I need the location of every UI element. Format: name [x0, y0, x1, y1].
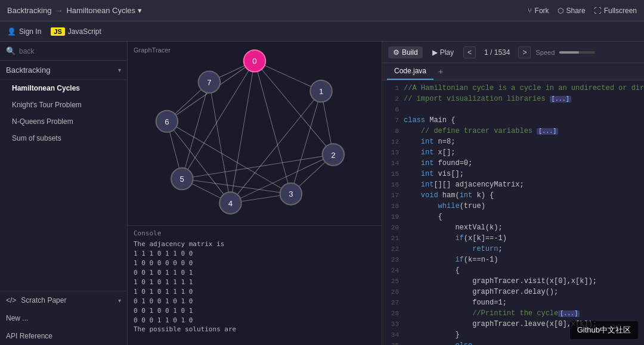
graph-svg: 01234567: [128, 42, 382, 225]
graph-node-1[interactable]: 1: [310, 80, 332, 102]
code-line: 15 int vis[];: [382, 169, 644, 179]
line-code: }: [404, 330, 460, 340]
breadcrumb-hamiltonean-label: Hamiltonean Cycles: [66, 6, 135, 15]
sidebar-item-knights[interactable]: Knight's Tour Problem: [0, 97, 127, 113]
code-line: 14 int found=0;: [382, 158, 644, 169]
breadcrumb-hamiltonean[interactable]: Hamiltonean Cycles ▾: [66, 6, 142, 15]
graph-node-7[interactable]: 7: [199, 72, 221, 94]
line-number: 34: [382, 330, 404, 340]
graph-panel-label: GraphTracer: [134, 46, 171, 54]
node-label: 6: [165, 117, 169, 126]
node-label: 2: [331, 151, 335, 160]
code-line: 16 int[][] adjacencyMatrix;: [382, 179, 644, 190]
console-line: 1 0 0 0 0 0 0 0: [134, 259, 376, 268]
topbar-left: Backtracking → Hamiltonean Cycles ▾: [7, 6, 142, 15]
watermark: Github中文社区: [570, 321, 638, 339]
code-tabs: Code.java +: [382, 63, 644, 80]
javascript-button[interactable]: JS JavaScript: [51, 27, 101, 36]
line-number: 19: [382, 212, 404, 222]
share-button[interactable]: ⬡ Share: [558, 7, 586, 15]
sidebar-item-hamiltonean[interactable]: Hamiltonean Cycles: [0, 80, 127, 97]
play-label: Play: [440, 48, 454, 57]
speed-bar[interactable]: [559, 51, 595, 54]
console-label: Console: [134, 229, 376, 237]
line-number: 2: [382, 94, 404, 104]
line-code: void ham(int k) {: [404, 190, 494, 201]
graph-node-2[interactable]: 2: [323, 144, 345, 166]
speed-label: Speed: [535, 49, 555, 56]
add-tab-button[interactable]: +: [434, 64, 448, 79]
content-area: GraphTracer 01234567 Console The adjacen…: [128, 42, 382, 345]
graph-node-3[interactable]: 3: [280, 183, 302, 205]
tab-code-java[interactable]: Code.java: [387, 63, 434, 80]
graph-node-6[interactable]: 6: [156, 110, 178, 132]
sidebar-item-label-3: Sum of subsets: [12, 134, 61, 142]
code-line: 8 // define tracer variables [...]: [382, 126, 644, 136]
build-button[interactable]: ⚙ Build: [388, 46, 423, 58]
node-label: 3: [289, 190, 293, 199]
code-line: 12 int n=8;: [382, 136, 644, 147]
fullscreen-button[interactable]: ⛶ Fullscreen: [594, 7, 637, 15]
breadcrumb-backtracking[interactable]: Backtracking: [7, 6, 51, 15]
line-number: 25: [382, 276, 404, 287]
line-number: 17: [382, 190, 404, 201]
sidebar-new[interactable]: New ...: [0, 309, 127, 327]
line-code: int x[];: [404, 147, 455, 158]
code-content[interactable]: 1//A Hamiltonian cycle is a cycle in an …: [382, 80, 644, 345]
topbar: Backtracking → Hamiltonean Cycles ▾ ⑂ Fo…: [0, 0, 644, 21]
line-number: 18: [382, 201, 404, 212]
prev-button[interactable]: <: [463, 46, 476, 58]
code-line: 1//A Hamiltonian cycle is a cycle in an …: [382, 83, 644, 94]
line-number: 20: [382, 222, 404, 233]
line-number: 21: [382, 233, 404, 244]
play-button[interactable]: ▶ Play: [428, 46, 459, 58]
line-number: 24: [382, 265, 404, 276]
breadcrumb-arrow: →: [55, 6, 63, 15]
page-current: 1: [484, 48, 488, 57]
graph-edge: [255, 61, 291, 194]
code-panel: ⚙ Build ▶ Play < 1 / 1534 > Speed Code.j…: [382, 42, 644, 345]
line-number: 14: [382, 158, 404, 169]
sidebar-section-backtracking[interactable]: Backtracking ▾: [0, 61, 127, 80]
sidebar-api-reference[interactable]: API Reference: [0, 327, 127, 345]
code-line: 24 {: [382, 265, 644, 276]
main-layout: 🔍 Backtracking ▾ Hamiltonean Cycles Knig…: [0, 42, 644, 345]
search-input[interactable]: [19, 47, 121, 55]
graph-node-5[interactable]: 5: [171, 168, 193, 190]
line-number: 27: [382, 297, 404, 308]
scratch-paper-label: Scratch Paper: [21, 296, 66, 304]
fork-button[interactable]: ⑂ Fork: [528, 7, 549, 15]
chevron-down-icon-scratch: ▾: [118, 297, 121, 304]
code-line: 23 if(k==n-1): [382, 254, 644, 265]
build-label: Build: [402, 48, 418, 57]
page-total: 1534: [494, 48, 510, 57]
graph-edge: [167, 122, 231, 203]
sidebar-item-nqueens[interactable]: N-Queens Problem: [0, 113, 127, 130]
console-lines: The adjacency matrix is1 1 1 0 1 1 0 01 …: [134, 240, 376, 334]
line-number: 8: [382, 126, 404, 136]
line-code: class Main {: [404, 115, 455, 126]
code-line: 2// import visualization libraries [...]: [382, 94, 644, 104]
graph-node-0[interactable]: 0: [244, 50, 266, 72]
graph-node-4[interactable]: 4: [219, 192, 242, 214]
fork-label: Fork: [535, 7, 549, 15]
code-line: 7class Main {: [382, 115, 644, 126]
next-button[interactable]: >: [518, 46, 531, 58]
signin-button[interactable]: 👤 Sign In: [7, 27, 41, 36]
line-code: found=1;: [404, 297, 507, 308]
code-line: 18 while(true): [382, 201, 644, 212]
console-line: The possible solutions are: [134, 325, 376, 334]
code-line: 26 graphTracer.delay();: [382, 287, 644, 297]
node-label: 5: [180, 175, 184, 184]
line-code: return;: [404, 244, 503, 254]
code-line: 21 if(x[k]==-1): [382, 233, 644, 244]
sidebar-scratch-paper[interactable]: </> Scratch Paper ▾: [0, 291, 127, 309]
node-label: 7: [207, 78, 211, 87]
line-code: if(k==n-1): [404, 254, 498, 265]
line-number: 6: [382, 104, 404, 115]
line-code: int[][] adjacencyMatrix;: [404, 179, 524, 190]
line-number: 12: [382, 136, 404, 147]
page-indicator: 1 / 1534: [481, 48, 513, 57]
code-icon: </>: [6, 296, 16, 304]
sidebar-item-subsets[interactable]: Sum of subsets: [0, 130, 127, 147]
